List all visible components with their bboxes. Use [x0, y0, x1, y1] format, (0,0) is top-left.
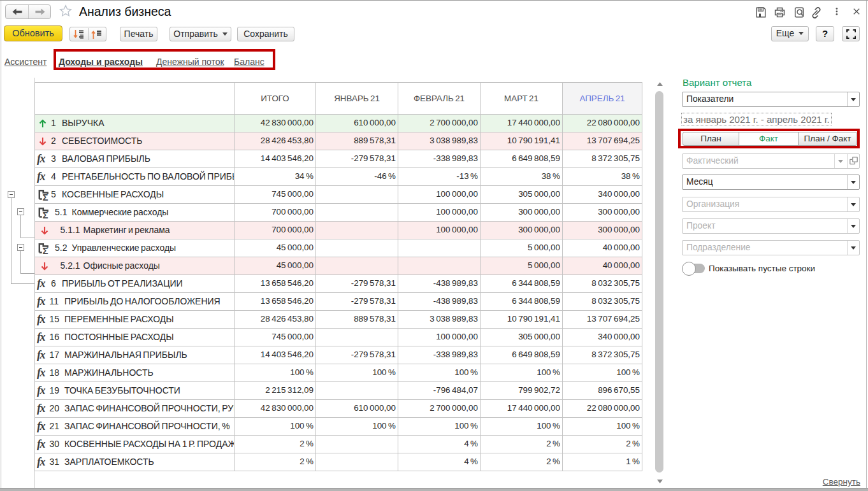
svg-text:Σ: Σ: [43, 192, 48, 201]
svg-text:Σ: Σ: [43, 210, 48, 219]
svg-text:Σ: Σ: [43, 246, 48, 255]
